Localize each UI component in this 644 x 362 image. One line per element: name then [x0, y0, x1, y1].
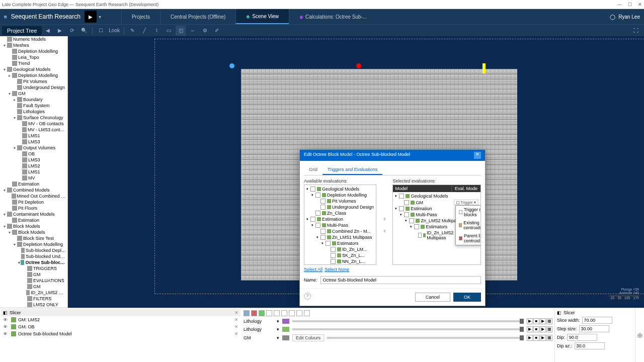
tree-item[interactable]: EVALUATIONS	[0, 278, 67, 284]
arrow-right-icon[interactable]: ▶	[55, 26, 65, 36]
visibility-icon[interactable]: 👁	[3, 331, 9, 336]
tree-item[interactable]: Pit Floors	[0, 205, 67, 211]
expand-icon[interactable]: ⛶	[631, 26, 641, 36]
tree-item[interactable]: LMS3	[0, 139, 67, 145]
mode-4-icon[interactable]	[266, 310, 272, 316]
mode-7-icon[interactable]	[289, 310, 295, 316]
avail-item[interactable]: ▾Depletion Modelling	[305, 192, 375, 198]
opacity-slider[interactable]	[292, 320, 524, 322]
avail-item[interactable]: ▾Estimation	[305, 216, 375, 222]
scene-object-row[interactable]: 👁GM: LMS2✕	[1, 316, 240, 323]
tree-item[interactable]: ▾Block Models	[0, 223, 67, 229]
tree-item[interactable]: TRIGGERS	[0, 265, 67, 272]
box-icon[interactable]: ☐	[96, 26, 106, 36]
tab-grid[interactable]: Grid	[304, 165, 323, 175]
avail-item[interactable]: Pit Volumes	[305, 198, 375, 204]
tree-item[interactable]: Depletion Modelling	[0, 48, 67, 54]
dd-parent[interactable]: Parent block centroids	[456, 232, 481, 245]
visibility-icon[interactable]: 👁	[3, 317, 9, 322]
next-icon[interactable]: ▶	[540, 326, 546, 332]
mode-9-icon[interactable]	[304, 310, 310, 316]
tree-item[interactable]: GM	[0, 272, 67, 278]
compass-widget[interactable]: Plunge +09 Azimuth 240 -35 35 105 175	[609, 288, 639, 303]
chevron-down-icon[interactable]: ▾	[99, 14, 101, 20]
move-right-icon[interactable]: ›	[380, 215, 388, 223]
project-tree-sidebar[interactable]: Numeric Models▾MeshesDepletion Modelling…	[0, 36, 68, 308]
tab-calculations[interactable]: ◆Calculations: Octree Sub-...	[289, 9, 377, 24]
tree-item[interactable]: OB	[0, 151, 67, 157]
close-icon[interactable]: ✕	[638, 2, 642, 7]
tree-item[interactable]: LMS2 ONLY	[0, 302, 67, 308]
user-menu[interactable]: ◯ Ryan Lee	[610, 14, 640, 20]
tree-item[interactable]: ▾Octree Sub-blocked Model	[0, 259, 67, 265]
tree-item[interactable]: Estimation	[0, 217, 67, 223]
avail-item[interactable]: SK_Zn_L...	[305, 252, 375, 258]
tree-item[interactable]: Pit Depletion	[0, 199, 67, 205]
tree-item[interactable]: Block Size Test	[0, 235, 67, 241]
mode-1-icon[interactable]	[244, 310, 250, 316]
select-none-link[interactable]: Select None	[325, 267, 349, 272]
remove-icon[interactable]: ✕	[234, 317, 238, 322]
line-icon[interactable]: ╱	[139, 26, 149, 36]
avail-item[interactable]: ID_Zn_LM...	[305, 246, 375, 252]
tree-item[interactable]: Numeric Models	[0, 36, 67, 42]
stop-icon[interactable]: ■	[533, 318, 539, 324]
dropdown-icon[interactable]: ▾	[277, 327, 279, 332]
avail-item[interactable]: NN_Zn_L...	[305, 258, 375, 264]
app-icon[interactable]: ▶	[85, 11, 97, 23]
avail-item[interactable]: ▾Geological Models	[305, 186, 375, 192]
mode-6-icon[interactable]	[281, 310, 287, 316]
visibility-icon[interactable]: 👁	[3, 324, 9, 329]
edit-colours-button[interactable]: Edit Colours	[292, 334, 324, 341]
tree-item[interactable]: Fault System	[0, 103, 67, 109]
tree-item[interactable]: LMS3	[0, 157, 67, 163]
colour-swatch[interactable]	[282, 335, 289, 340]
play-icon[interactable]: ▶	[527, 335, 533, 341]
select-all-link[interactable]: Select All	[304, 267, 323, 272]
measure-icon[interactable]: ↔	[188, 26, 198, 36]
remove-icon[interactable]: ✕	[234, 331, 238, 336]
refresh-icon[interactable]: ⟳	[67, 26, 77, 36]
tree-item[interactable]: Underground Design	[0, 84, 67, 90]
play-icon[interactable]: ▶	[527, 326, 533, 332]
tree-item[interactable]: ▾Output Volumes	[0, 145, 67, 151]
add-panel-icon[interactable]: ⊕	[635, 308, 644, 362]
dd-trigger-new[interactable]: Trigger new sub-blocks	[456, 206, 481, 219]
tree-item[interactable]: ▾Combined Models	[0, 187, 67, 193]
tree-item[interactable]: LMS1	[0, 169, 67, 175]
avail-item[interactable]: ▾Multi-Pass	[305, 222, 375, 228]
colour-swatch[interactable]	[282, 327, 289, 332]
tab-projects[interactable]: Projects	[121, 9, 160, 24]
axis-blue-handle[interactable]	[229, 63, 234, 68]
tree-item[interactable]: MV	[0, 175, 67, 181]
cancel-button[interactable]: Cancel	[415, 293, 450, 302]
dialog-titlebar[interactable]: Edit Octree Block Model - Octree Sub-blo…	[300, 150, 485, 161]
axis-red-handle[interactable]	[356, 63, 361, 68]
gear-icon[interactable]: ⚙	[200, 26, 210, 36]
scene-object-row[interactable]: 👁GM: OB✕	[1, 323, 240, 330]
tree-item[interactable]: Sub-blocked Depletion M...	[0, 247, 67, 253]
tree-item[interactable]: ▾Surface Chronology	[0, 115, 67, 121]
next-icon[interactable]: ▶	[540, 335, 546, 341]
scene-object-row[interactable]: 👁Octree Sub-blocked Model✕	[1, 330, 240, 337]
tree-item[interactable]: GM	[0, 284, 67, 290]
pencil-icon[interactable]: ✐	[212, 26, 222, 36]
grid-icon[interactable]: ▦	[546, 326, 552, 332]
mode-5-icon[interactable]	[274, 310, 280, 316]
edit-icon[interactable]: ✎	[127, 26, 137, 36]
mode-2-icon[interactable]	[251, 310, 257, 316]
avail-item[interactable]: ▾Estimators	[305, 240, 375, 246]
eval-mode-badge[interactable]: Trigger ▾	[454, 200, 478, 205]
remove-icon[interactable]: ✕	[234, 324, 238, 329]
tree-item[interactable]: Sub-blocked Undergroun...	[0, 253, 67, 259]
tree-item[interactable]: ▾Contaminant Models	[0, 211, 67, 217]
maximize-icon[interactable]: ☐	[628, 2, 632, 7]
dip-input[interactable]	[567, 334, 597, 341]
tab-central[interactable]: Central Projects (Offline)	[160, 9, 235, 24]
rect-icon[interactable]: ▭	[164, 26, 174, 36]
selected-item[interactable]: ▾Geological Models	[394, 193, 479, 199]
tree-item[interactable]: ▸Depletion Modelling	[0, 72, 67, 78]
step-input[interactable]	[579, 325, 609, 332]
tree-item[interactable]: Pit Volumes	[0, 78, 67, 84]
tree-item[interactable]: Trend	[0, 60, 67, 66]
